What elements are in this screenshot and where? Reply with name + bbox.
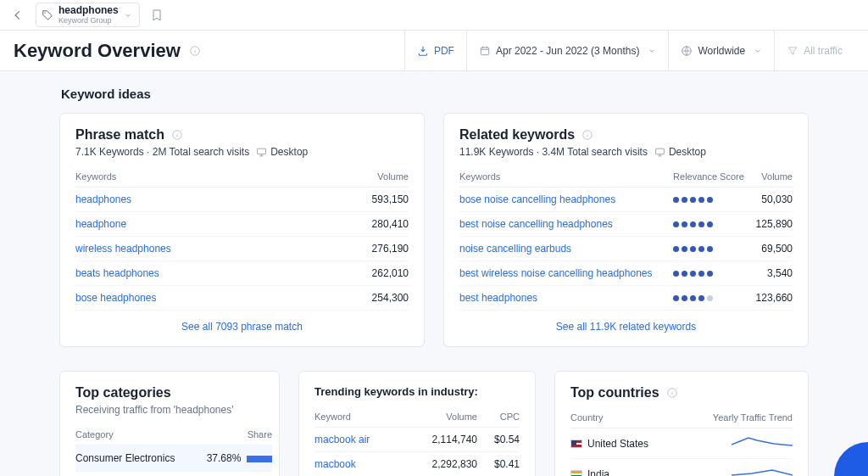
globe-icon <box>681 45 693 57</box>
keyword-volume: 125,890 <box>752 212 793 237</box>
info-icon[interactable] <box>189 45 201 57</box>
keyword-link[interactable]: macbook <box>314 452 404 477</box>
keyword-volume: 2,114,740 <box>404 428 477 452</box>
breadcrumb-subtitle: Keyword Group <box>58 17 119 25</box>
col-cpc: CPC <box>477 406 520 428</box>
top-categories-card: Top categories Receiving traffic from 'h… <box>59 371 280 476</box>
col-keyword: Keyword <box>314 406 404 428</box>
info-icon[interactable] <box>666 387 678 399</box>
download-icon <box>417 45 429 57</box>
table-row: macbook air2,114,740$0.54 <box>314 428 520 452</box>
date-range-picker[interactable]: Apr 2022 - Jun 2022 (3 Months) <box>466 31 668 70</box>
traffic-trend-sparkline <box>687 459 793 477</box>
top-countries-title: Top countries <box>570 385 659 400</box>
col-keywords: Keywords <box>75 166 316 188</box>
trending-title: Trending keywords in industry: <box>314 385 520 398</box>
table-row: beats headphones262,010 <box>75 261 409 286</box>
col-category: Category <box>75 424 196 445</box>
table-row: headphones593,150 <box>75 188 409 212</box>
see-all-phrase-match[interactable]: See all 7093 phrase match <box>75 311 409 333</box>
table-row: best noise cancelling headphones125,890 <box>459 212 793 237</box>
country-name: United States <box>570 428 687 459</box>
col-volume: Volume <box>752 166 793 188</box>
flag-icon <box>570 470 582 476</box>
bookmark-icon[interactable] <box>150 8 164 22</box>
region-picker[interactable]: Worldwide <box>668 31 774 70</box>
svg-rect-7 <box>656 148 665 154</box>
col-share: Share <box>196 424 272 445</box>
keyword-link[interactable]: best noise cancelling headphones <box>459 212 673 237</box>
table-row: bose headphones254,300 <box>75 286 409 311</box>
table-row: best wireless noise cancelling headphone… <box>459 261 793 286</box>
arrow-left-icon <box>12 9 24 21</box>
table-row[interactable]: India <box>570 459 793 477</box>
traffic-trend-sparkline <box>687 428 793 459</box>
flag-icon <box>570 440 582 448</box>
relevance-score <box>673 188 752 212</box>
table-row: best headphones123,660 <box>459 286 793 311</box>
chevron-down-icon <box>124 11 132 20</box>
keyword-group-chip[interactable]: headphones Keyword Group <box>36 3 140 27</box>
keyword-link[interactable]: best wireless noise cancelling headphone… <box>459 261 673 286</box>
keyword-link[interactable]: bose headphones <box>75 286 316 311</box>
svg-point-0 <box>44 12 45 13</box>
relevance-score <box>673 237 752 261</box>
top-countries-card: Top countries Country Yearly Traffic Tre… <box>554 371 809 476</box>
related-keywords-card: Related keywords 11.9K Keywords · 3.4M T… <box>443 113 809 347</box>
see-all-related[interactable]: See all 11.9K related keywords <box>459 311 793 333</box>
table-row: bose noise cancelling headphones50,030 <box>459 188 793 212</box>
category-name: Consumer Electronics <box>75 445 196 472</box>
top-categories-subtitle: Receiving traffic from 'headphones' <box>75 404 272 416</box>
category-share: 37.68% <box>196 445 272 472</box>
keyword-link[interactable]: macbook air <box>314 428 404 452</box>
col-keywords: Keywords <box>459 166 673 188</box>
table-row[interactable]: Marketplace30.34% <box>75 472 272 477</box>
top-categories-title: Top categories <box>75 385 171 400</box>
svg-rect-5 <box>258 148 266 154</box>
keyword-volume: 123,660 <box>752 286 793 311</box>
keyword-link[interactable]: headphones <box>75 188 316 212</box>
filter-icon <box>787 45 798 57</box>
relevance-score <box>673 286 752 311</box>
related-subtitle: 11.9K Keywords · 3.4M Total search visit… <box>459 146 648 158</box>
trending-keywords-card: Trending keywords in industry: Keyword V… <box>298 371 536 476</box>
tag-icon <box>42 9 53 21</box>
device-tag: Desktop <box>654 146 706 158</box>
phrase-match-card: Phrase match 7.1K Keywords · 2M Total se… <box>59 113 425 347</box>
table-row: noise cancelling earbuds69,500 <box>459 237 793 261</box>
col-volume: Volume <box>316 166 409 188</box>
page-title: Keyword Overview <box>14 40 181 62</box>
category-name: Marketplace <box>75 472 196 477</box>
keyword-cpc: $0.54 <box>477 428 520 452</box>
export-pdf-button[interactable]: PDF <box>404 31 466 70</box>
keyword-volume: 280,410 <box>316 212 409 237</box>
device-tag: Desktop <box>256 146 308 158</box>
col-volume: Volume <box>404 406 477 428</box>
phrase-match-title: Phrase match <box>75 127 164 143</box>
keyword-volume: 50,030 <box>752 188 793 212</box>
table-row: macbook2,292,830$0.41 <box>314 452 520 477</box>
keyword-link[interactable]: wireless headphones <box>75 237 316 261</box>
keyword-volume: 593,150 <box>316 188 409 212</box>
keyword-link[interactable]: bose noise cancelling headphones <box>459 188 673 212</box>
desktop-icon <box>654 147 665 158</box>
region-label: Worldwide <box>698 45 745 57</box>
table-row[interactable]: United States <box>570 428 793 459</box>
desktop-icon <box>256 147 267 158</box>
traffic-filter[interactable]: All traffic <box>774 31 854 70</box>
keyword-volume: 69,500 <box>752 237 793 261</box>
keyword-link[interactable]: best headphones <box>459 286 673 311</box>
keyword-link[interactable]: beats headphones <box>75 261 316 286</box>
keyword-volume: 276,190 <box>316 237 409 261</box>
keyword-link[interactable]: headphone <box>75 212 316 237</box>
col-trend: Yearly Traffic Trend <box>687 407 793 428</box>
keyword-link[interactable]: noise cancelling earbuds <box>459 237 673 261</box>
table-row: wireless headphones276,190 <box>75 237 409 261</box>
back-button[interactable] <box>10 8 25 23</box>
keyword-volume: 2,292,830 <box>404 452 477 477</box>
info-icon[interactable] <box>171 129 183 141</box>
col-country: Country <box>570 407 687 428</box>
table-row[interactable]: Consumer Electronics37.68% <box>75 445 272 472</box>
info-icon[interactable] <box>581 129 593 141</box>
keyword-volume: 3,540 <box>752 261 793 286</box>
